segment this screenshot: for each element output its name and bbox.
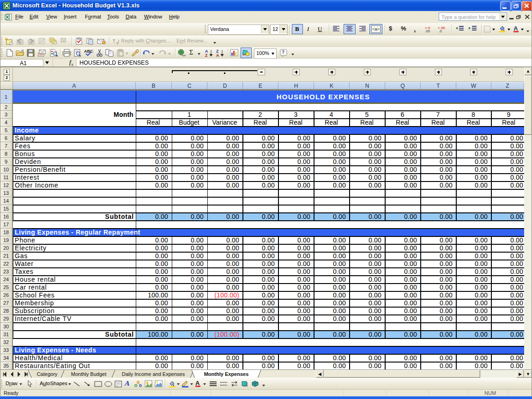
- svg-text:ABC: ABC: [84, 49, 93, 54]
- svg-text:Z: Z: [205, 53, 208, 57]
- svg-text:?: ?: [282, 50, 284, 55]
- svg-text:a: a: [375, 27, 377, 31]
- svg-text:.0: .0: [439, 29, 442, 32]
- svg-text:A: A: [216, 53, 219, 57]
- svg-text:.00: .00: [425, 29, 430, 32]
